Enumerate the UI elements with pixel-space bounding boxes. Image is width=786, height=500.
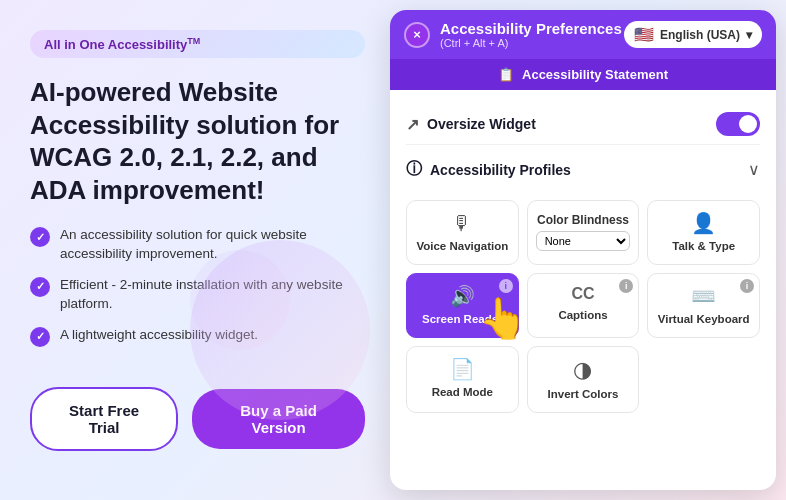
widget-subtitle: (Ctrl + Alt + A) — [440, 37, 622, 49]
info-icon: i — [740, 279, 754, 293]
chevron-down-icon: ∨ — [748, 160, 760, 179]
profiles-row: ⓘ Accessibility Profiles ∨ — [406, 151, 760, 188]
captions-icon: CC — [571, 286, 594, 302]
feature-label: Talk & Type — [672, 239, 735, 254]
feature-label: Invert Colors — [548, 387, 619, 402]
color-blind-label: Color Blindness — [537, 213, 629, 227]
resize-icon: ↗ — [406, 115, 419, 134]
feature-list: An accessibility solution for quick webs… — [30, 226, 365, 359]
widget-title: Accessibility Preferences — [440, 20, 622, 37]
statement-icon: 📋 — [498, 67, 514, 82]
hero-title: AI-powered Website Accessibility solutio… — [30, 76, 365, 206]
keyboard-icon: ⌨️ — [691, 286, 716, 306]
close-button[interactable]: × — [404, 22, 430, 48]
feature-label: Virtual Keyboard — [658, 312, 750, 327]
feature-card-captions[interactable]: i CC Captions — [527, 273, 640, 338]
statement-bar[interactable]: 📋 Accessibility Statement — [390, 59, 776, 90]
feature-card-read-mode[interactable]: 📄 Read Mode — [406, 346, 519, 413]
profiles-label-text: Accessibility Profiles — [430, 162, 571, 178]
list-item: An accessibility solution for quick webs… — [30, 226, 365, 264]
check-icon — [30, 277, 50, 297]
statement-label: Accessibility Statement — [522, 67, 668, 82]
oversize-toggle[interactable] — [716, 112, 760, 136]
talk-type-icon: 👤 — [691, 213, 716, 233]
cta-buttons: Start Free Trial Buy a Paid Version — [30, 387, 365, 451]
feature-card-virtual-keyboard[interactable]: i ⌨️ Virtual Keyboard — [647, 273, 760, 338]
feature-card-invert-colors[interactable]: ◑ Invert Colors — [527, 346, 640, 413]
feature-card-talk-type[interactable]: 👤 Talk & Type — [647, 200, 760, 265]
list-item: Efficient - 2-minute installation with a… — [30, 276, 365, 314]
invert-colors-icon: ◑ — [573, 359, 592, 381]
right-panel: × Accessibility Preferences (Ctrl + Alt … — [390, 0, 786, 500]
oversize-widget-row: ↗ Oversize Widget — [406, 104, 760, 145]
profiles-icon: ⓘ — [406, 159, 422, 180]
feature-card-screen-reader[interactable]: i 🔊 Screen Reader 👆 — [406, 273, 519, 338]
info-icon: i — [499, 279, 513, 293]
feature-label: Captions — [558, 308, 607, 323]
start-trial-button[interactable]: Start Free Trial — [30, 387, 178, 451]
feature-grid: 🎙 Voice Navigation Color Blindness None … — [406, 200, 760, 413]
info-icon: i — [619, 279, 633, 293]
feature-card-voice-navigation[interactable]: 🎙 Voice Navigation — [406, 200, 519, 265]
color-blind-select[interactable]: None Protanopia Deuteranopia Tritanopia — [536, 231, 631, 251]
screen-reader-icon: 🔊 — [450, 286, 475, 306]
language-selector[interactable]: 🇺🇸 English (USA) ▾ — [624, 21, 762, 48]
feature-card-color-blindness[interactable]: Color Blindness None Protanopia Deuteran… — [527, 200, 640, 265]
language-label: English (USA) — [660, 28, 740, 42]
widget-container: × Accessibility Preferences (Ctrl + Alt … — [390, 10, 776, 490]
chevron-down-icon: ▾ — [746, 28, 752, 42]
flag-icon: 🇺🇸 — [634, 25, 654, 44]
brand-badge: All in One AccessibilityTM — [30, 30, 365, 58]
feature-label: Read Mode — [432, 385, 493, 400]
buy-paid-button[interactable]: Buy a Paid Version — [192, 389, 365, 449]
brand-name: All in One Accessibility — [44, 37, 187, 52]
feature-label: Voice Navigation — [416, 239, 508, 254]
left-panel: All in One AccessibilityTM AI-powered We… — [0, 0, 390, 500]
widget-header: × Accessibility Preferences (Ctrl + Alt … — [390, 10, 776, 59]
check-icon — [30, 227, 50, 247]
oversize-label: Oversize Widget — [427, 116, 536, 132]
feature-label: Screen Reader — [422, 312, 503, 327]
list-item: A lightweight accessibility widget. — [30, 326, 365, 347]
voice-icon: 🎙 — [452, 213, 472, 233]
check-icon — [30, 327, 50, 347]
widget-body: ↗ Oversize Widget ⓘ Accessibility Profil… — [390, 90, 776, 490]
read-mode-icon: 📄 — [450, 359, 475, 379]
